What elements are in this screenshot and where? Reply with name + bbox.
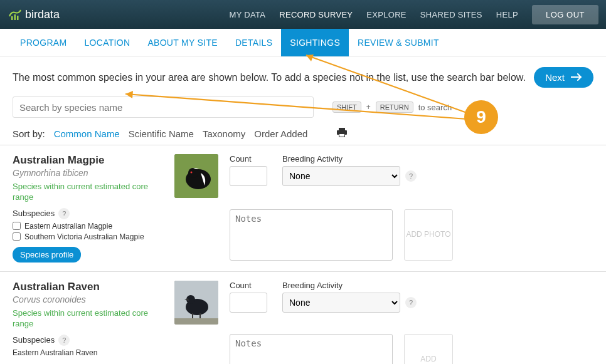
common-name: Australian Raven (13, 281, 163, 293)
subspecies-checkbox[interactable] (13, 222, 21, 230)
kbd-return: RETURN (376, 101, 413, 113)
sort-row: Sort by: Common Name Scientific Name Tax… (13, 128, 593, 140)
sort-taxonomy[interactable]: Taxonomy (203, 128, 245, 139)
kbd-shift: SHIFT (332, 101, 361, 113)
count-input[interactable] (230, 293, 267, 313)
range-note: Species within current estimated core ra… (13, 182, 163, 203)
notes-input[interactable] (230, 209, 393, 261)
content: The most common species in your area are… (0, 57, 606, 364)
count-label: Count (230, 281, 267, 290)
breeding-label: Breeding Activity (282, 281, 417, 290)
next-button[interactable]: Next (534, 67, 593, 88)
sort-scientific-name[interactable]: Scientific Name (129, 128, 194, 139)
breeding-label: Breeding Activity (282, 154, 417, 164)
svg-point-10 (191, 172, 193, 174)
help-icon[interactable]: ? (58, 335, 70, 346)
topbar: birdata MY DATA RECORD SURVEY EXPLORE SH… (0, 0, 606, 29)
svg-rect-1 (14, 14, 16, 20)
svg-rect-16 (174, 318, 218, 325)
help-icon[interactable]: ? (405, 170, 417, 182)
svg-rect-0 (11, 16, 13, 20)
nav-my-data[interactable]: MY DATA (230, 10, 266, 19)
svg-rect-6 (339, 134, 344, 137)
svg-point-9 (188, 168, 198, 178)
species-thumbnail[interactable] (174, 281, 218, 325)
arrow-right-icon (571, 72, 582, 83)
plus-sign: + (366, 103, 371, 112)
sort-label: Sort by: (13, 128, 45, 139)
nav-explore[interactable]: EXPLORE (366, 10, 407, 19)
add-photo-button[interactable]: ADD PHOTO (404, 209, 453, 261)
species-profile-button[interactable]: Species profile (13, 247, 81, 263)
species-list[interactable]: Australian Magpie Gymnorhina tibicen Spe… (0, 145, 606, 364)
scientific-name: Gymnorhina tibicen (13, 168, 163, 178)
subspecies-text: Eastern Australian Raven (13, 348, 163, 357)
logo[interactable]: birdata (8, 8, 60, 21)
breeding-select[interactable]: None (282, 293, 400, 313)
count-input[interactable] (230, 166, 267, 186)
tab-about-site[interactable]: ABOUT MY SITE (139, 29, 226, 56)
print-icon[interactable] (336, 128, 348, 140)
subspecies-option[interactable]: Eastern Australian Magpie (13, 222, 163, 231)
nav-shared-sites[interactable]: SHARED SITES (420, 10, 482, 19)
tab-program[interactable]: PROGRAM (11, 29, 75, 56)
species-card: Australian Raven Corvus coronoides Speci… (0, 272, 606, 364)
to-search-label: to search (418, 103, 452, 112)
species-thumbnail[interactable] (174, 154, 218, 198)
logo-icon (8, 8, 23, 21)
svg-rect-3 (339, 128, 345, 130)
subspecies-option[interactable]: Southern Victoria Australian Magpie (13, 232, 163, 241)
tab-details[interactable]: DETAILS (226, 29, 281, 56)
sort-order-added[interactable]: Order Added (254, 128, 307, 139)
top-nav: MY DATA RECORD SURVEY EXPLORE SHARED SIT… (230, 5, 598, 24)
count-label: Count (230, 154, 267, 164)
intro-text: The most common species in your area are… (13, 72, 526, 83)
tab-review-submit[interactable]: REVIEW & SUBMIT (349, 29, 448, 56)
notes-input[interactable] (230, 334, 393, 364)
nav-record-survey[interactable]: RECORD SURVEY (279, 10, 353, 19)
subspecies-checkbox[interactable] (13, 232, 21, 241)
common-name: Australian Magpie (13, 154, 163, 167)
subspecies-label: Subspecies (13, 335, 55, 345)
sort-common-name[interactable]: Common Name (54, 128, 120, 139)
scientific-name: Corvus coronoides (13, 294, 163, 304)
range-note: Species within current estimated core ra… (13, 308, 163, 330)
nav-help[interactable]: HELP (496, 10, 518, 19)
logo-text: birdata (25, 8, 60, 21)
search-input[interactable] (13, 96, 314, 118)
search-row: SHIFT + RETURN to search (13, 96, 593, 118)
tab-bar: PROGRAM LOCATION ABOUT MY SITE DETAILS S… (0, 29, 606, 57)
svg-rect-2 (17, 16, 19, 20)
tab-sightings[interactable]: SIGHTINGS (281, 29, 349, 56)
next-label: Next (545, 72, 565, 83)
help-icon[interactable]: ? (58, 208, 70, 219)
logout-button[interactable]: LOG OUT (532, 5, 598, 24)
help-icon[interactable]: ? (405, 297, 417, 308)
add-photo-button[interactable]: ADD (404, 334, 453, 364)
tab-location[interactable]: LOCATION (75, 29, 139, 56)
species-card: Australian Magpie Gymnorhina tibicen Spe… (0, 145, 606, 272)
breeding-select[interactable]: None (282, 166, 400, 186)
subspecies-label: Subspecies (13, 209, 55, 218)
